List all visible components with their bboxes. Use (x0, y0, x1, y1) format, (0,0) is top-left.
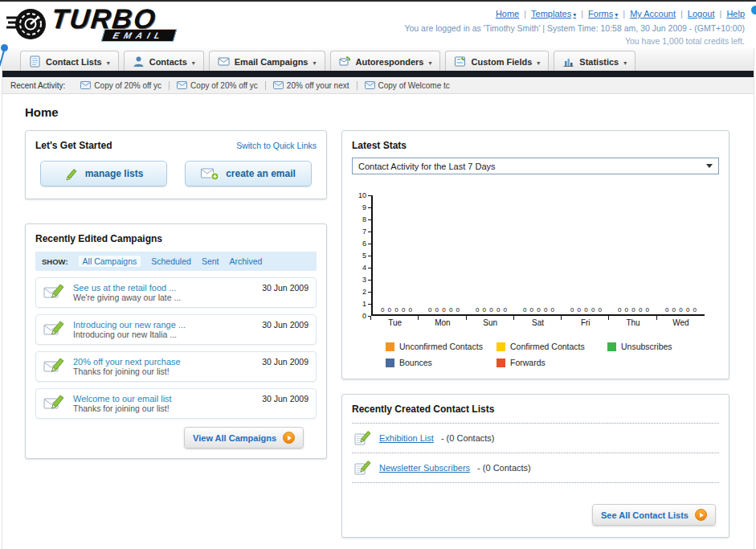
contacts-icon (133, 55, 145, 68)
chart-y-axis: 109876543210 (352, 195, 371, 316)
app-frame: Contact Lists Contacts Email Campaigns A… (2, 48, 754, 549)
main-nav: Contact Lists Contacts Email Campaigns A… (2, 48, 754, 71)
logo-speedometer-icon (6, 6, 48, 43)
arrow-right-icon (283, 432, 295, 444)
link-my-account[interactable]: My Account (630, 7, 676, 22)
tab-statistics[interactable]: Statistics (554, 51, 635, 71)
tab-custom-fields[interactable]: Custom Fields (445, 51, 549, 71)
autoresponders-icon (339, 55, 351, 68)
view-all-campaigns-button[interactable]: View All Campaigns (184, 427, 304, 449)
legend-swatch-icon (386, 358, 394, 367)
filter-archived[interactable]: Archived (229, 256, 262, 266)
envelope-pencil-icon (43, 283, 66, 301)
contact-list-row: Newsletter Subscribers - (0 Contacts) (352, 453, 719, 483)
campaign-link[interactable]: See us at the retail food ... (73, 283, 255, 293)
tab-autoresponders[interactable]: Autoresponders (330, 51, 441, 71)
envelope-icon (365, 81, 375, 89)
create-email-button[interactable]: create an email (185, 161, 312, 186)
tab-label: Statistics (579, 57, 619, 67)
contact-list-count: - (0 Contacts) (477, 463, 531, 473)
recent-activity-item[interactable]: Copy of 20% off yc (170, 81, 266, 90)
contact-list-link[interactable]: Newsletter Subscribers (379, 463, 470, 473)
list-pencil-icon (354, 460, 372, 476)
legend-item: Forwards (497, 358, 607, 367)
tab-label: Contact Lists (46, 57, 102, 67)
campaign-row: 20% off your next purchase Thanks for jo… (35, 351, 317, 382)
stats-period-select[interactable]: Contact Activity for the Last 7 Days (352, 158, 719, 174)
campaign-subtitle: We're giving away our late ... (73, 293, 181, 302)
campaign-link[interactable]: Introducing our new range ... (73, 320, 255, 330)
envelope-pencil-icon (43, 357, 66, 375)
envelope-icon (80, 81, 91, 89)
chevron-down-icon (107, 57, 110, 67)
campaign-filters: SHOW: All Campaigns Scheduled Sent Archi… (35, 252, 317, 271)
tab-contact-lists[interactable]: Contact Lists (20, 51, 119, 71)
recent-activity-bar: Recent Activity: Copy of 20% off yc Copy… (2, 77, 754, 94)
tab-label: Autoresponders (356, 57, 424, 67)
chevron-down-icon (313, 57, 316, 67)
recent-activity-item[interactable]: Copy of Welcome tc (358, 81, 457, 90)
chevron-down-icon (623, 57, 627, 67)
main-content: Home Let's Get Started Switch to Quick L… (2, 94, 754, 544)
switch-quick-links[interactable]: Switch to Quick Links (236, 141, 317, 150)
link-logout[interactable]: Logout (688, 7, 715, 22)
recent-activity-item[interactable]: Copy of 20% off yc (73, 81, 170, 90)
tab-contacts[interactable]: Contacts (124, 51, 204, 71)
logo-title: TURBO (50, 5, 177, 32)
campaign-subtitle: Thanks for joining our list! (73, 404, 170, 413)
link-forms[interactable]: Forms (588, 7, 618, 22)
recent-contact-lists-panel: Recently Created Contact Lists Exhibitio… (341, 394, 729, 538)
contact-list-row: Exhibition List - (0 Contacts) (352, 423, 719, 453)
login-info: You are logged in as 'Timothy Smith' | S… (404, 22, 745, 35)
envelope-pencil-icon (43, 320, 66, 338)
recent-activity-item[interactable]: 20% off your next (266, 81, 358, 90)
envelope-pencil-icon (43, 394, 66, 412)
campaigns-title: Recently Edited Campaigns (35, 233, 162, 244)
filter-scheduled[interactable]: Scheduled (151, 256, 191, 266)
link-help[interactable]: Help (726, 7, 745, 22)
get-started-panel: Let's Get Started Switch to Quick Links … (25, 130, 327, 199)
credits-info: You have 1,000 total credits left. (404, 35, 745, 48)
page-title: Home (25, 105, 729, 119)
email-campaigns-icon (218, 55, 230, 68)
campaign-date: 30 Jun 2009 (262, 283, 309, 293)
legend-swatch-icon (497, 358, 505, 367)
campaign-date: 30 Jun 2009 (262, 394, 309, 404)
chart-plot-area: 0 0 0 0 00 0 0 0 00 0 0 0 00 0 0 0 00 0 … (371, 195, 705, 316)
contact-activity-chart: 109876543210 0 0 0 0 00 0 0 0 00 0 0 0 0… (352, 195, 719, 367)
campaign-subtitle: Introducing our new Italia ... (73, 330, 177, 339)
chart-values-row: 0 0 0 0 00 0 0 0 00 0 0 0 00 0 0 0 00 0 … (373, 306, 705, 313)
contact-list-link[interactable]: Exhibition List (379, 433, 434, 443)
filter-all-campaigns[interactable]: All Campaigns (79, 256, 141, 267)
campaign-link[interactable]: Welcome to our email list (73, 394, 255, 404)
link-templates[interactable]: Templates (531, 7, 576, 22)
envelope-icon (273, 81, 284, 89)
contact-list-count: - (0 Contacts) (441, 433, 495, 443)
latest-stats-title: Latest Stats (352, 140, 407, 151)
list-pencil-icon (354, 430, 372, 446)
help-bubble-icon[interactable] (751, 6, 756, 14)
see-all-contact-lists-button[interactable]: See All Contact Lists (592, 504, 716, 526)
get-started-title: Let's Get Started (35, 140, 112, 151)
manage-lists-button[interactable]: manage lists (40, 161, 167, 186)
arrow-right-icon (695, 509, 707, 521)
campaign-date: 30 Jun 2009 (262, 320, 309, 330)
tab-email-campaigns[interactable]: Email Campaigns (209, 51, 325, 71)
chevron-down-icon (428, 57, 431, 67)
envelope-plus-icon (201, 167, 219, 181)
statistics-icon (562, 55, 574, 68)
recent-campaigns-panel: Recently Edited Campaigns SHOW: All Camp… (25, 223, 327, 459)
link-home[interactable]: Home (496, 7, 519, 22)
campaign-row: Introducing our new range ... Introducin… (35, 314, 317, 345)
chart-x-axis: TueMonSunSatFriThuWed (371, 316, 705, 327)
app-logo[interactable]: TURBO EMAIL (6, 5, 175, 48)
campaign-row: Welcome to our email list Thanks for joi… (35, 388, 317, 419)
legend-swatch-icon (607, 342, 616, 351)
legend-item: Bounces (386, 358, 497, 367)
legend-item: Unsubscribes (607, 342, 718, 351)
show-label: SHOW: (42, 257, 68, 266)
tab-label: Email Campaigns (235, 57, 309, 67)
filter-sent[interactable]: Sent (202, 256, 219, 266)
chevron-down-icon (537, 57, 540, 67)
campaign-link[interactable]: 20% off your next purchase (73, 357, 255, 367)
